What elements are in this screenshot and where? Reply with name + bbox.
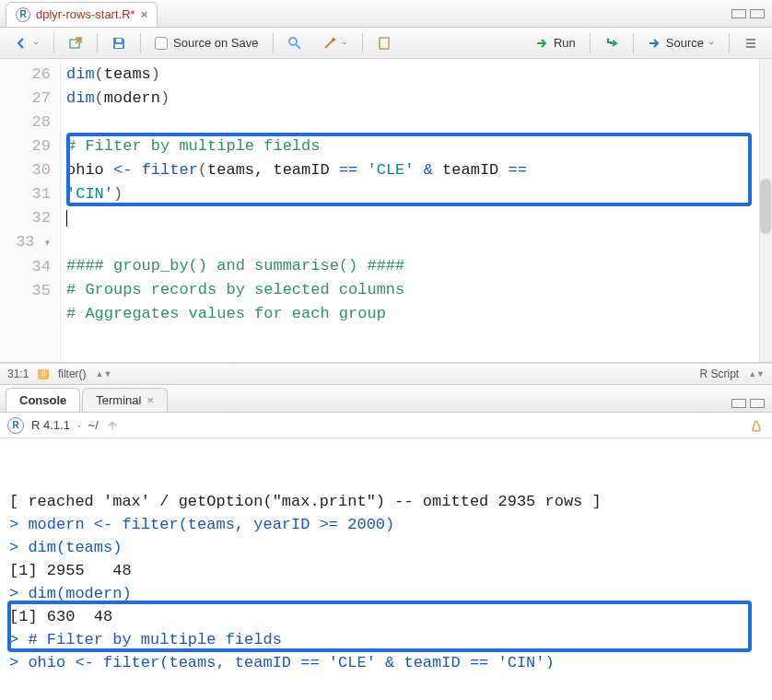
wand-icon [322, 36, 337, 51]
console-line: > dim(teams) [9, 536, 763, 559]
console-window-controls [724, 395, 772, 412]
search-icon [287, 36, 302, 51]
code-line[interactable]: # Aggregates values for each group [66, 302, 766, 326]
tab-console-label: Console [19, 393, 66, 407]
source-icon [648, 36, 662, 51]
notebook-icon [377, 36, 392, 51]
console-line: [1] 2955 48 [9, 559, 763, 582]
r-logo-icon: R [7, 417, 24, 434]
file-tab-name: dplyr-rows-start.R* [36, 7, 135, 21]
minimize-pane-icon[interactable] [731, 399, 746, 408]
checkbox-icon [155, 37, 168, 50]
console-line: > modern <- filter(teams, yearID >= 2000… [9, 513, 763, 536]
save-button[interactable] [105, 31, 133, 55]
scrollbar-thumb[interactable] [760, 179, 771, 234]
code-line[interactable]: # Filter by multiple fields [66, 134, 766, 158]
tab-console[interactable]: Console [6, 388, 80, 412]
source-button[interactable]: Source [641, 31, 721, 55]
fold-toggle[interactable]: 33 ▾ [0, 230, 51, 255]
code-line[interactable] [66, 230, 766, 254]
line-number: 31 [0, 182, 51, 206]
editor-tabstrip: R dplyr-rows-start.R* × [0, 0, 772, 28]
tab-terminal[interactable]: Terminal × [82, 388, 168, 412]
svg-rect-2 [116, 39, 122, 42]
popout-icon [68, 36, 83, 51]
console-info-bar: R R 4.1.1 · ~/ [0, 413, 772, 438]
code-line[interactable]: ohio <- filter(teams, teamID == 'CLE' & … [66, 158, 766, 182]
svg-rect-4 [380, 38, 389, 49]
scope-name[interactable]: filter() [58, 368, 87, 380]
console-line: [1] 630 48 [9, 605, 763, 628]
tab-terminal-label: Terminal [96, 393, 141, 407]
clear-console-icon[interactable] [748, 417, 765, 434]
updown-icon: ▲▼ [748, 369, 765, 379]
console-tabstrip: Console Terminal × [0, 385, 772, 413]
outline-button[interactable] [737, 31, 765, 55]
console-line: > dim(modern) [9, 582, 763, 605]
line-number: 34 [0, 255, 51, 279]
source-label: Source [666, 36, 704, 50]
console-line: [ reached 'max' / getOption("max.print")… [9, 490, 763, 513]
line-number: 35 [0, 279, 51, 303]
tab-terminal-close-icon[interactable]: × [146, 393, 154, 407]
svg-rect-1 [115, 44, 123, 48]
console-output[interactable]: [ reached 'max' / getOption("max.print")… [0, 438, 772, 669]
code-tools-button[interactable] [316, 31, 355, 55]
editor-toolbar: Source on Save Run Source [0, 28, 772, 59]
svg-point-3 [289, 38, 297, 45]
find-button[interactable] [281, 31, 309, 55]
file-tab-close-icon[interactable]: × [141, 7, 148, 21]
line-number: 26 [0, 63, 51, 87]
console-line: > # Filter by multiple fields [9, 628, 763, 651]
save-icon [111, 36, 126, 51]
line-number-gutter: 2627282930313233 ▾3435 [0, 59, 61, 362]
source-on-save-label: Source on Save [173, 36, 259, 50]
line-number: 30 [0, 158, 51, 182]
outline-icon [743, 36, 758, 51]
editor-scrollbar[interactable] [759, 59, 772, 362]
r-file-icon: R [16, 7, 30, 22]
code-line[interactable]: # Groups records by selected columns [66, 278, 766, 302]
editor-statusbar: 31:1 # filter() ▲▼ R Script ▲▼ [0, 363, 772, 385]
cursor-position: 31:1 [7, 368, 29, 380]
pane-window-controls [724, 9, 772, 18]
line-number: 28 [0, 111, 51, 134]
code-line[interactable]: dim(teams) [66, 63, 766, 87]
code-area[interactable]: dim(teams)dim(modern) # Filter by multip… [61, 59, 772, 362]
scope-badge-icon: # [38, 369, 49, 379]
run-icon [535, 36, 550, 51]
line-number: 27 [0, 87, 51, 111]
maximize-pane-icon[interactable] [750, 9, 765, 18]
maximize-pane-icon[interactable] [750, 399, 765, 408]
dot-sep: · [77, 418, 81, 432]
run-label: Run [554, 36, 576, 50]
show-in-new-window-button[interactable] [62, 31, 89, 55]
run-button[interactable]: Run [529, 31, 582, 55]
minimize-pane-icon[interactable] [731, 9, 746, 18]
code-line[interactable]: 'CIN') [66, 182, 766, 206]
line-number: 29 [0, 134, 51, 158]
code-line[interactable] [66, 206, 766, 230]
code-line[interactable] [66, 111, 766, 134]
rerun-button[interactable] [598, 31, 626, 55]
code-line[interactable]: #### group_by() and summarise() #### [66, 254, 766, 278]
goto-dir-icon[interactable] [106, 419, 119, 432]
code-editor[interactable]: 2627282930313233 ▾3435 dim(teams)dim(mod… [0, 59, 772, 363]
file-tab[interactable]: R dplyr-rows-start.R* × [6, 2, 158, 28]
back-button[interactable] [7, 31, 46, 55]
file-type-label[interactable]: R Script [699, 368, 739, 380]
line-number: 32 [0, 206, 51, 230]
code-line[interactable]: dim(modern) [66, 87, 766, 111]
updown-icon: ▲▼ [96, 369, 112, 379]
console-line: > ohio <- filter(teams, teamID == 'CLE' … [9, 651, 763, 669]
r-version: R 4.1.1 [31, 418, 70, 432]
working-dir: ~/ [88, 418, 99, 432]
source-on-save-toggle[interactable]: Source on Save [148, 31, 265, 55]
rerun-icon [604, 36, 619, 51]
compile-report-button[interactable] [370, 31, 398, 55]
